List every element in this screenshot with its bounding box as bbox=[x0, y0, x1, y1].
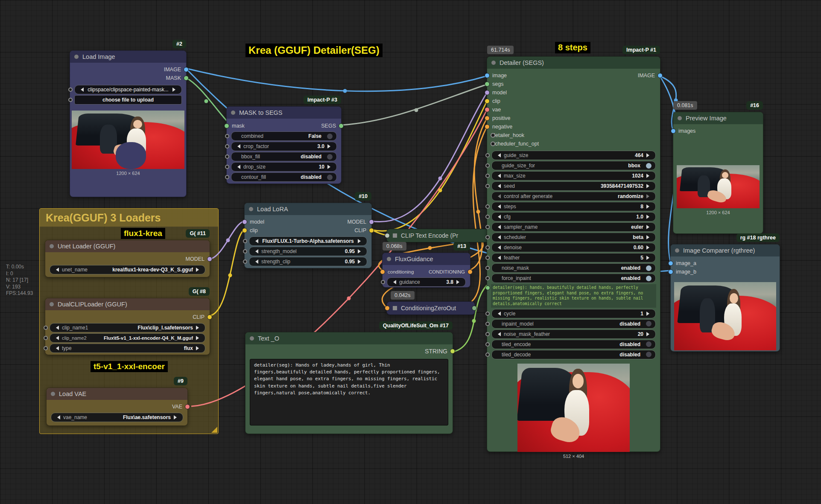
node-text-o[interactable]: QualityOfLifeSuit_Om #17 Text _O STRING … bbox=[245, 332, 453, 434]
input-port-image-a[interactable] bbox=[668, 261, 673, 266]
output-port-conditioning[interactable] bbox=[467, 269, 473, 274]
guide-size-for-toggle[interactable]: guide_size_for bbox bbox=[491, 161, 656, 170]
increment-arrow-icon[interactable] bbox=[646, 204, 652, 209]
feather-stepper[interactable]: feather 5 bbox=[491, 253, 656, 262]
cycle-stepper[interactable]: cycle 1 bbox=[491, 309, 656, 318]
group-title[interactable]: Krea(GGUF) 3 Loaders bbox=[40, 209, 218, 227]
scheduler-combo[interactable]: scheduler beta bbox=[491, 233, 656, 242]
toggle-knob[interactable] bbox=[327, 154, 333, 160]
decrement-arrow-icon[interactable] bbox=[496, 225, 501, 229]
decrement-arrow-icon[interactable] bbox=[253, 239, 258, 243]
decrement-arrow-icon[interactable] bbox=[391, 280, 396, 284]
wire-lora-model-to-detailer[interactable] bbox=[371, 93, 487, 222]
noise-mask-toggle[interactable]: noise_mask enabled bbox=[491, 263, 656, 273]
node-conditioning-zero-out[interactable]: ConditioningZeroOut bbox=[386, 301, 475, 315]
input-port-scheduler-func[interactable] bbox=[491, 142, 495, 146]
increment-arrow-icon[interactable] bbox=[646, 153, 652, 157]
decrement-arrow-icon[interactable] bbox=[235, 144, 240, 149]
output-port-model[interactable] bbox=[207, 256, 212, 262]
node-titlebar[interactable]: Image Comparer (rgthree) bbox=[671, 245, 780, 256]
increment-arrow-icon[interactable] bbox=[196, 268, 201, 272]
input-port-vae[interactable] bbox=[485, 107, 490, 112]
node-load-vae[interactable]: #9 Load VAE VAE vae_name Flux\ae.safeten… bbox=[46, 387, 188, 426]
decrement-arrow-icon[interactable] bbox=[496, 245, 501, 250]
decrement-arrow-icon[interactable] bbox=[496, 174, 501, 178]
decrement-arrow-icon[interactable] bbox=[55, 415, 60, 420]
image-file-combo[interactable]: clipspace/clipspace-painted-mask... bbox=[74, 85, 182, 94]
increment-arrow-icon[interactable] bbox=[646, 332, 652, 336]
contour-fill-toggle[interactable]: contour_fill disabled bbox=[231, 172, 337, 182]
node-titlebar[interactable]: Load LoRA bbox=[245, 203, 371, 215]
input-port-image-b[interactable] bbox=[668, 269, 673, 274]
increment-arrow-icon[interactable] bbox=[646, 215, 652, 219]
increment-arrow-icon[interactable] bbox=[646, 184, 652, 188]
collapsed-output-port[interactable] bbox=[472, 306, 477, 311]
decrement-arrow-icon[interactable] bbox=[54, 346, 59, 350]
lora-name-combo[interactable]: Flux\FLUX.1-Turbo-Alpha.safetensors bbox=[249, 236, 367, 246]
increment-arrow-icon[interactable] bbox=[646, 225, 652, 229]
increment-arrow-icon[interactable] bbox=[358, 259, 363, 264]
node-titlebar[interactable]: DualCLIPLoader (GGUF) bbox=[45, 298, 210, 310]
decrement-arrow-icon[interactable] bbox=[79, 87, 84, 92]
output-port-clip[interactable] bbox=[369, 228, 374, 233]
guide-size-stepper[interactable]: guide_size 464 bbox=[491, 151, 656, 160]
bbox-fill-toggle[interactable]: bbox_fill disabled bbox=[231, 152, 337, 161]
increment-arrow-icon[interactable] bbox=[646, 194, 652, 198]
node-titlebar[interactable]: Preview Image bbox=[673, 112, 763, 124]
increment-arrow-icon[interactable] bbox=[646, 312, 652, 316]
inpaint-model-toggle[interactable]: inpaint_model disabled bbox=[491, 319, 656, 329]
input-port-clip[interactable] bbox=[485, 99, 490, 104]
seed-stepper[interactable]: seed 393584471497532 bbox=[491, 181, 656, 191]
strength-model-stepper[interactable]: strength_model 0.95 bbox=[249, 247, 367, 256]
collapse-dot-icon[interactable] bbox=[231, 111, 235, 115]
decrement-arrow-icon[interactable] bbox=[496, 194, 501, 198]
node-titlebar[interactable]: Load Image bbox=[70, 51, 186, 63]
collapse-dot-icon[interactable] bbox=[675, 248, 679, 253]
node-titlebar[interactable]: MASK to SEGS bbox=[227, 107, 341, 119]
collapse-square-icon[interactable] bbox=[393, 306, 397, 310]
decrement-arrow-icon[interactable] bbox=[496, 332, 501, 336]
increment-arrow-icon[interactable] bbox=[172, 87, 178, 92]
node-titlebar[interactable]: Load VAE bbox=[47, 388, 187, 400]
sampler-name-combo[interactable]: sampler_name euler bbox=[491, 222, 656, 232]
output-port-image[interactable] bbox=[184, 67, 189, 72]
denoise-stepper[interactable]: denoise 0.60 bbox=[491, 243, 656, 252]
input-port-model[interactable] bbox=[485, 90, 490, 95]
decrement-arrow-icon[interactable] bbox=[54, 268, 59, 272]
wire-image-to-detailer[interactable] bbox=[186, 68, 487, 91]
collapse-dot-icon[interactable] bbox=[387, 257, 391, 261]
wire-string-to-wildcard[interactable] bbox=[452, 283, 490, 352]
node-mask-to-segs[interactable]: Impact-P #3 MASK to SEGS mask SEGS combi… bbox=[226, 106, 342, 184]
max-size-stepper[interactable]: max_size 1024 bbox=[491, 171, 656, 181]
toggle-knob[interactable] bbox=[646, 276, 652, 281]
node-titlebar[interactable]: Detailer (SEGS) bbox=[487, 57, 660, 69]
input-port-image[interactable] bbox=[485, 73, 490, 78]
decrement-arrow-icon[interactable] bbox=[496, 153, 501, 157]
collapse-dot-icon[interactable] bbox=[249, 207, 253, 211]
collapsed-input-port[interactable] bbox=[385, 233, 390, 238]
toggle-knob[interactable] bbox=[327, 134, 333, 139]
decrement-arrow-icon[interactable] bbox=[253, 249, 258, 253]
decrement-arrow-icon[interactable] bbox=[235, 165, 240, 169]
node-image-comparer[interactable]: rg #18 rgthree Image Comparer (rgthree) … bbox=[670, 244, 780, 352]
strength-clip-stepper[interactable]: strength_clip 0.95 bbox=[249, 257, 367, 266]
increment-arrow-icon[interactable] bbox=[196, 346, 201, 350]
input-port-model[interactable] bbox=[242, 219, 247, 224]
input-port-detailer-hook[interactable] bbox=[491, 133, 495, 138]
steps-stepper[interactable]: steps 8 bbox=[491, 202, 656, 211]
decrement-arrow-icon[interactable] bbox=[496, 184, 501, 188]
group-resize-handle[interactable] bbox=[211, 427, 217, 433]
wire-fluxguidance-to-positive[interactable] bbox=[470, 119, 487, 270]
crop-factor-stepper[interactable]: crop_factor 3.0 bbox=[231, 142, 337, 151]
collapse-dot-icon[interactable] bbox=[250, 336, 254, 341]
wire-segs-to-detailer[interactable] bbox=[342, 84, 487, 125]
node-load-image[interactable]: #2 Load Image IMAGE MASK clipspace/clips… bbox=[70, 50, 187, 197]
increment-arrow-icon[interactable] bbox=[174, 415, 179, 420]
choose-file-button[interactable]: choose file to upload bbox=[74, 95, 182, 105]
output-port-segs[interactable] bbox=[339, 123, 344, 128]
collapse-dot-icon[interactable] bbox=[491, 61, 496, 65]
decrement-arrow-icon[interactable] bbox=[54, 326, 59, 330]
vae-name-combo[interactable]: vae_name Flux\ae.safetensors bbox=[51, 413, 183, 422]
input-port-clip[interactable] bbox=[242, 228, 247, 233]
tiled-encode-toggle[interactable]: tiled_encode disabled bbox=[491, 340, 656, 349]
